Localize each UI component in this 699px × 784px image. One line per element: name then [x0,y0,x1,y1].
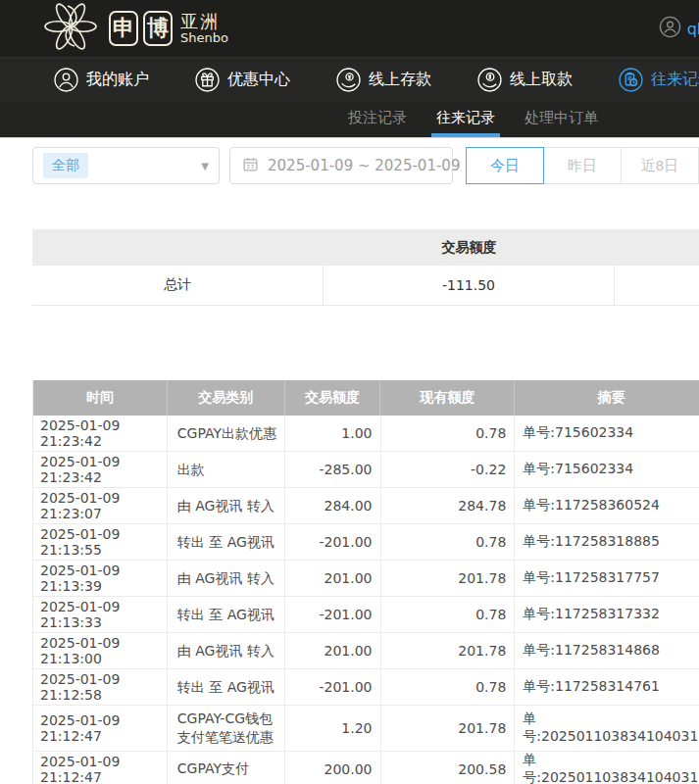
username: qh [687,20,699,38]
cell-amount: -285.00 [285,452,381,487]
nav-item-withdraw[interactable]: 线上取款 [477,68,573,92]
header-cell-amount: 交易额度 [285,380,381,416]
nav-item-deposit[interactable]: 线上存款 [336,68,431,92]
nav-item-promo[interactable]: 优惠中心 [195,68,290,92]
cell-memo: 单号:117258314868 [515,633,699,668]
tab-bet-records[interactable]: 投注记录 [348,109,407,137]
cell-type: 转出 至 AG视讯 [168,669,285,705]
withdraw-icon [477,68,502,92]
cell-time: 2025-01-09 21:12:47 [33,706,168,751]
cell-balance: 200.58 [381,752,516,784]
header-cell-time: 时间 [33,380,168,416]
cell-amount: 284.00 [285,488,381,523]
cell-amount: 201.00 [285,561,381,596]
cell-type: 由 AG视讯 转入 [168,561,285,596]
table-row: 2025-01-09 21:23:42出款-285.00-0.22单号:7156… [33,452,699,488]
cell-balance: 0.78 [381,416,516,451]
cell-type: 转出 至 AG视讯 [168,597,285,632]
cell-balance: 201.78 [381,561,516,596]
cell-amount: 200.00 [285,752,381,784]
tab-transaction-records[interactable]: 往来记录 [436,109,495,137]
filter-row: 全部 ▼ 2025-01-09 ~ 2025-01-09 今日 昨日 近8日 [32,147,699,184]
cell-memo: 单号:117258360524 [515,488,699,523]
nav-item-account[interactable]: 我的账户 [54,68,149,92]
records-icon [619,68,643,92]
record-tabs: 投注记录 往来记录 处理中订单 [0,101,699,138]
yesterday-button[interactable]: 昨日 [543,147,622,184]
cell-amount: -201.00 [285,597,381,632]
table-row: 2025-01-09 21:12:58转出 至 AG视讯-201.000.78单… [33,669,699,706]
gift-icon [195,68,220,92]
cell-balance: 201.78 [381,706,516,751]
quick-date-buttons: 今日 昨日 近8日 [466,147,699,184]
cell-balance: 0.78 [381,524,516,560]
calendar-icon [242,156,259,176]
header-cell-memo: 摘要 [515,380,699,416]
table-row: 2025-01-09 21:23:42CGPAY出款优惠1.000.78单号:7… [33,416,699,452]
cell-time: 2025-01-09 21:12:58 [33,669,168,705]
summary-header-amount: 交易额度 [324,239,615,257]
today-button[interactable]: 今日 [466,147,544,184]
cell-memo: 单号:202501103834104031 [515,706,699,751]
cell-balance: -0.22 [381,452,516,487]
cell-time: 2025-01-09 21:23:42 [33,452,168,487]
cell-type: 出款 [168,452,285,487]
cell-time: 2025-01-09 21:13:39 [33,561,168,596]
cell-memo: 单号:117258314761 [515,669,699,705]
cell-balance: 0.78 [381,669,516,705]
cell-type: CGPAY支付 [168,752,285,784]
cell-amount: -201.00 [285,524,381,560]
header-cell-balance: 现有额度 [380,380,515,416]
nav-item-label: 我的账户 [86,70,149,90]
cell-type: CGPAY-CG钱包支付笔笔送优惠 [168,706,285,751]
table-row: 2025-01-09 21:13:00由 AG视讯 转入201.00201.78… [33,633,699,669]
flower-icon [35,0,104,57]
cell-time: 2025-01-09 21:12:47 [33,752,168,784]
table-row: 2025-01-09 21:12:47CGPAY支付200.00200.58单号… [33,752,699,784]
date-range-value: 2025-01-09 ~ 2025-01-09 [268,157,460,174]
nav-item-records[interactable]: 往来记录 [619,68,699,92]
summary-body-row: 总计 -111.50 [32,266,699,306]
brand-char-shen: 申 [109,11,138,46]
account-menu[interactable]: qh [659,16,699,42]
date-range-input[interactable]: 2025-01-09 ~ 2025-01-09 [229,147,453,184]
cell-amount: -201.00 [285,669,381,705]
summary-table: 交易额度 总计 -111.50 [32,229,699,306]
cell-time: 2025-01-09 21:13:00 [33,633,168,668]
nav-item-label: 线上存款 [369,70,431,90]
cell-balance: 201.78 [381,633,516,668]
cell-time: 2025-01-09 21:13:33 [33,597,168,632]
cell-memo: 单号:117258317332 [515,597,699,632]
cell-memo: 单号:715602334 [515,452,699,487]
category-select[interactable]: 全部 ▼ [32,147,220,184]
cell-balance: 284.78 [381,488,516,523]
table-row: 2025-01-09 21:12:47CGPAY-CG钱包支付笔笔送优惠1.20… [33,706,699,752]
cell-time: 2025-01-09 21:13:55 [33,524,168,560]
cell-memo: 单号:117258318885 [515,524,699,560]
main-nav: 我的账户 优惠中心 线上存款 线上取款 [0,57,699,101]
transactions-table: 时间 交易类别 交易额度 现有额度 摘要 2025-01-09 21:23:42… [32,380,699,784]
cell-balance: 0.78 [381,597,516,632]
cell-memo: 单号:715602334 [515,416,699,451]
selected-category-chip: 全部 [43,153,88,178]
summary-empty-cell [615,266,699,305]
header-cell-type: 交易类别 [168,380,285,416]
summary-header-row: 交易额度 [32,229,699,266]
brand-region: 亚洲 [180,13,228,31]
transactions-body: 2025-01-09 21:23:42CGPAY出款优惠1.000.78单号:7… [33,416,699,784]
cell-amount: 201.00 [285,633,381,668]
user-icon [54,68,78,92]
brand-char-bo: 博 [143,11,173,46]
nav-item-label: 往来记录 [651,70,699,90]
table-row: 2025-01-09 21:23:07由 AG视讯 转入284.00284.78… [33,488,699,524]
brand-logo[interactable]: 申 博 亚洲 Shenbo [35,0,228,57]
table-header-row: 时间 交易类别 交易额度 现有额度 摘要 [33,380,699,416]
tab-pending-orders[interactable]: 处理中订单 [524,109,598,137]
table-row: 2025-01-09 21:13:33转出 至 AG视讯-201.000.78单… [33,597,699,633]
last8days-button[interactable]: 近8日 [621,147,699,184]
cell-time: 2025-01-09 21:23:07 [33,488,168,523]
top-brand-bar: 申 博 亚洲 Shenbo qh [0,0,699,57]
table-row: 2025-01-09 21:13:55转出 至 AG视讯-201.000.78单… [33,524,699,561]
cell-type: 由 AG视讯 转入 [168,488,285,523]
summary-total-value: -111.50 [324,266,615,305]
